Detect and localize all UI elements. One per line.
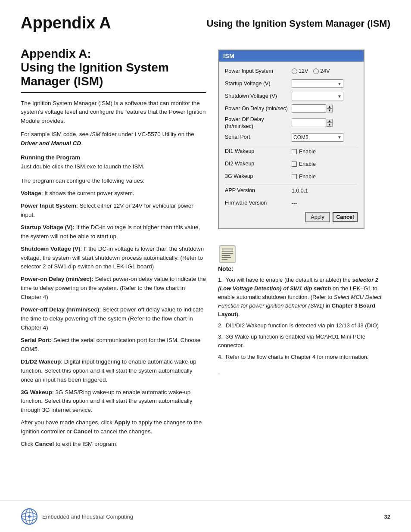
ism-divider2 [225, 184, 358, 184]
ism-row-power-input: Power Input System 12V 24V [225, 66, 358, 76]
checkbox-3g[interactable] [292, 174, 297, 179]
left-column: Appendix A: Using the Ignition System Ma… [21, 37, 206, 452]
note-item-3: 3. 3G Wake-up function is enabled via MC… [218, 333, 390, 350]
page: Appendix A Using the Ignition System Man… [0, 0, 411, 532]
running-program-heading: Running the Program [21, 154, 206, 161]
ism-row-shutdown-voltage: Shutdown Voltage (V) ▼ [225, 91, 358, 101]
app-version-value: 1.0.0.1 [292, 188, 308, 194]
ism-spinbox-power-off[interactable]: ▲ ▼ [292, 118, 333, 127]
ism-dropdown-startup-voltage[interactable]: ▼ [292, 79, 343, 88]
dot-period: . [218, 367, 390, 376]
ism-dialog: ISM Power Input System 12V [218, 50, 364, 229]
ism-dialog-body: Power Input System 12V 24V [219, 62, 364, 228]
note-item-1: 1. You will have to enable (the default … [218, 276, 390, 319]
ism-spinbox-input-power-on[interactable] [292, 104, 326, 113]
ism-row-app-version: APP Version 1.0.0.1 [225, 186, 358, 196]
intro-paragraph1: The Ignition System Manager (ISM) is a s… [21, 99, 206, 126]
radio-24v-icon[interactable] [313, 68, 319, 74]
footer: Embedded and Industrial Computing 32 [0, 501, 411, 532]
ism-radio-group-power: 12V 24V [292, 68, 330, 74]
company-logo [21, 508, 38, 525]
ism-row-firmware-version: Firmware Version --- [225, 198, 358, 208]
ism-radio-12v[interactable]: 12V [292, 68, 308, 74]
spin-up-btn-off[interactable]: ▲ [327, 119, 333, 123]
spin-down-btn-off[interactable]: ▼ [327, 123, 333, 127]
apply-cancel-text: After you have made changes, click Apply… [21, 418, 206, 436]
ism-dropdown-serial-port[interactable]: COM5 ▼ [292, 133, 343, 142]
footer-page-number: 32 [384, 513, 390, 520]
intro-paragraph2: For sample ISM code, see ISM folder unde… [21, 130, 206, 148]
spin-up-btn[interactable]: ▲ [327, 105, 333, 109]
item-serial-port: Serial Port: Select the serial communica… [21, 336, 206, 354]
ism-divider1 [225, 145, 358, 145]
ism-row-di2-wakeup: DI2 Wakeup Enable [225, 159, 358, 169]
footer-left: Embedded and Industrial Computing [21, 508, 133, 525]
item-voltage: Voltage: It shows the current power syst… [21, 189, 206, 198]
header: Appendix A Using the Ignition System Man… [0, 0, 411, 37]
main-content: Appendix A: Using the Ignition System Ma… [0, 37, 411, 452]
ism-row-di1-wakeup: DI1 Wakeup Enable [225, 146, 358, 157]
ism-spinbox-power-on[interactable]: ▲ ▼ [292, 104, 333, 113]
spin-down-btn[interactable]: ▼ [327, 109, 333, 112]
item-power-input: Power Input System: Select either 12V or… [21, 202, 206, 220]
radio-12v-icon[interactable] [292, 68, 297, 74]
cancel-exit-text: Click Cancel to exit the ISM program. [21, 440, 206, 449]
note-item-2: 2. DI1/DI2 Wakeup function is detected v… [218, 321, 390, 330]
item-3g-wakeup: 3G Wakeup: 3G SMS/Ring wake-up to enable… [21, 388, 206, 415]
ism-radio-24v[interactable]: 24V [313, 68, 330, 74]
ism-dialog-title: ISM [219, 50, 364, 62]
ism-row-3g-wakeup: 3G Wakeup Enable [225, 171, 358, 182]
ism-row-power-off-delay: Power Off Delay(hr/min/sec) ▲ ▼ [225, 116, 358, 130]
checkbox-di1[interactable] [292, 149, 297, 154]
note-document-icon [218, 245, 237, 264]
svg-point-14 [28, 515, 31, 518]
dropdown-arrow-icon: ▼ [337, 81, 342, 86]
section-heading: Appendix A: Using the Ignition System Ma… [21, 47, 206, 89]
checkbox-di2[interactable] [292, 162, 297, 167]
header-title-left: Appendix A [21, 14, 111, 32]
ism-row-startup-voltage: Startup Voltage (V) ▼ [225, 78, 358, 89]
ism-spinbox-input-power-off[interactable] [292, 118, 326, 127]
note-label: Note: [218, 265, 390, 272]
dropdown-serial-arrow-icon: ▼ [337, 135, 342, 140]
footer-company: Embedded and Industrial Computing [42, 513, 133, 520]
section-divider [21, 92, 206, 93]
svg-rect-0 [220, 246, 235, 263]
cancel-button[interactable]: Cancel [333, 212, 358, 222]
right-column: ISM Power Input System 12V [218, 37, 390, 452]
ism-buttons: Apply Cancel [225, 212, 358, 224]
item-shutdown-voltage: Shutdown Voltage (V): If the DC-in volta… [21, 245, 206, 272]
note-area: Note: 1. You will have to enable (the de… [218, 245, 390, 364]
running-program-text: Just double click the ISM.exe to launch … [21, 162, 206, 171]
header-title-right: Using the Ignition System Manager (ISM) [206, 14, 390, 29]
note-item-4: 4. Refer to the flow charts in Chapter 4… [218, 353, 390, 361]
apply-button[interactable]: Apply [305, 212, 330, 222]
item-power-off-delay: Power-off Delay (hr/min/sec): Select pow… [21, 305, 206, 333]
note-content: 1. You will have to enable (the default … [218, 276, 390, 364]
item-d1d2-wakeup: D1/D2 Wakeup: Digital input triggering t… [21, 358, 206, 385]
item-startup-voltage: Startup Voltage (V): If the DC-in voltag… [21, 223, 206, 241]
dropdown-arrow-icon: ▼ [337, 94, 342, 99]
ism-row-power-on-delay: Power On Delay (min/sec) ▲ ▼ [225, 103, 358, 114]
ism-dropdown-shutdown-voltage[interactable]: ▼ [292, 92, 343, 100]
config-intro: The program can configure the following … [21, 177, 206, 186]
ism-row-serial-port: Serial Port COM5 ▼ [225, 132, 358, 143]
note-icon-row [218, 245, 390, 264]
firmware-version-value: --- [292, 200, 297, 206]
item-power-on-delay: Power-on Delay (min/sec): Select power-o… [21, 275, 206, 302]
